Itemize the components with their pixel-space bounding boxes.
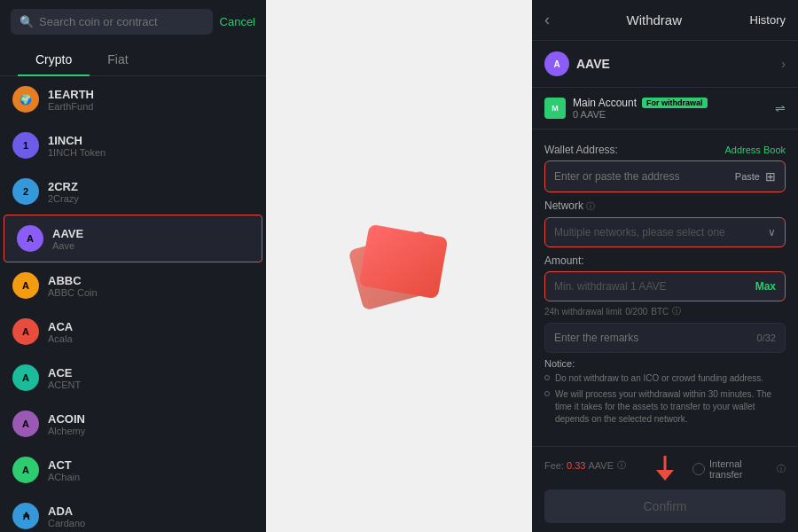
list-item[interactable]: AACTAChain (0, 447, 266, 493)
coin-info: ACOINAlchemy (48, 412, 85, 436)
notice-dot-2 (544, 391, 550, 396)
coin-icon: A (12, 318, 39, 345)
list-item[interactable]: 22CRZ2Crazy (0, 168, 266, 215)
notice-section: Notice: Do not withdraw to an ICO or cro… (544, 358, 786, 426)
internal-transfer-info-icon: ⓘ (777, 463, 786, 475)
search-input-wrap: 🔍 (11, 9, 213, 35)
coin-name: Acala (48, 333, 73, 344)
coin-info: ACAAcala (48, 320, 73, 344)
internal-transfer-radio[interactable] (692, 463, 705, 475)
coin-info: 1EARTHEarthFund (48, 88, 94, 112)
account-icon-text: M (552, 104, 559, 113)
coin-symbol: ABBC (48, 274, 98, 287)
coin-name: ACENT (48, 379, 81, 390)
limit-label: 24h withdrawal limit (544, 307, 622, 317)
search-icon: 🔍 (20, 15, 34, 28)
asset-row[interactable]: A AAVE › (532, 41, 798, 88)
right-header: ‹ Withdraw History (532, 0, 798, 41)
notice-dot-1 (544, 375, 550, 380)
coin-list: 🌍1EARTHEarthFund11INCH1INCH Token22CRZ2C… (0, 76, 266, 532)
notice-text-2: We will process your withdrawal within 3… (555, 388, 786, 426)
coin-icon: 🌍 (12, 86, 39, 113)
amount-label: Amount: (544, 254, 584, 267)
coin-info: AAVEAave (52, 227, 83, 251)
fee-label: Fee: (544, 460, 564, 471)
account-name-row: Main Account For withdrawal (573, 97, 768, 109)
limit-info-icon: ⓘ (672, 305, 681, 317)
coin-icon: A (12, 272, 39, 299)
list-item[interactable]: ₳ADACardano (0, 493, 266, 532)
coin-info: ACEACENT (48, 366, 81, 390)
account-label: Main Account (573, 97, 637, 109)
list-item[interactable]: 11INCH1INCH Token (0, 122, 266, 168)
confirm-button[interactable]: Confirm (544, 489, 786, 523)
coin-name: 1INCH Token (48, 147, 106, 158)
coin-symbol: 1INCH (48, 134, 106, 147)
bottom-bar: Fee: 0.33 AAVE ⓘ Internal transfer ⓘ Con… (532, 446, 798, 532)
transfer-icon: ⇌ (775, 101, 786, 115)
list-item[interactable]: AAAVEAave (4, 215, 262, 262)
wallet-address-input[interactable] (554, 170, 730, 183)
coin-info: ABBCABBC Coin (48, 274, 98, 298)
remarks-box: 0/32 (544, 323, 786, 353)
coin-icon: A (12, 364, 39, 391)
search-input[interactable] (39, 15, 204, 28)
max-button[interactable]: Max (755, 280, 776, 293)
paste-button[interactable]: Paste (735, 171, 760, 182)
tab-row: Crypto Fiat (0, 43, 266, 76)
list-item[interactable]: AACAAcala (0, 309, 266, 355)
scan-icon[interactable]: ⊞ (765, 169, 776, 184)
history-button[interactable]: History (750, 13, 786, 27)
svg-marker-1 (656, 470, 674, 481)
coin-symbol: ACT (48, 458, 80, 472)
coin-icon: A (12, 411, 39, 437)
list-item[interactable]: AACEACENT (0, 355, 266, 401)
chevron-down-icon: ∨ (768, 226, 776, 239)
tab-crypto[interactable]: Crypto (18, 43, 90, 75)
remarks-count: 0/32 (757, 332, 776, 343)
account-icon: M (544, 98, 566, 119)
coin-name: Cardano (48, 518, 85, 528)
notice-item-2: We will process your withdrawal within 3… (544, 388, 786, 426)
tab-fiat[interactable]: Fiat (90, 43, 145, 75)
page-title: Withdraw (559, 12, 750, 27)
asset-icon: A (544, 51, 569, 76)
limit-value: 0/200 (625, 307, 647, 317)
coin-name: AChain (48, 472, 80, 482)
chevron-right-icon: › (781, 57, 786, 71)
amount-placeholder: Min. withdrawal 1 AAVE (554, 280, 755, 293)
limit-currency: BTC (651, 307, 669, 317)
notice-label: Notice: (544, 358, 786, 369)
left-panel: 🔍 Cancel Crypto Fiat 🌍1EARTHEarthFund11I… (0, 0, 266, 532)
list-item[interactable]: AACOINAlchemy (0, 401, 266, 447)
coin-symbol: ACE (48, 366, 81, 379)
network-placeholder: Multiple networks, please select one (554, 226, 768, 239)
remarks-input[interactable] (554, 332, 757, 344)
coin-symbol: ADA (48, 505, 85, 518)
middle-panel (266, 0, 532, 532)
back-button[interactable]: ‹ (544, 11, 550, 29)
withdrawal-badge: For withdrawal (642, 98, 708, 108)
notice-item-1: Do not withdraw to an ICO or crowd fundi… (544, 372, 786, 385)
list-item[interactable]: 🌍1EARTHEarthFund (0, 76, 266, 122)
amount-label-row: Amount: (544, 254, 786, 267)
fee-info-icon: ⓘ (617, 459, 626, 472)
coin-icon: A (12, 457, 39, 483)
coin-name: Aave (52, 240, 83, 251)
address-book-link[interactable]: Address Book (725, 145, 786, 155)
wallet-address-input-box: Paste ⊞ (544, 160, 786, 192)
asset-symbol: AAVE (576, 57, 781, 71)
list-item[interactable]: AABBCABBC Coin (0, 262, 266, 309)
coin-info: 1INCH1INCH Token (48, 134, 106, 158)
right-panel: ‹ Withdraw History A AAVE › M Main Accou… (532, 0, 798, 532)
coin-icon: 1 (12, 132, 39, 159)
coin-icon: ₳ (12, 503, 39, 529)
network-select[interactable]: Multiple networks, please select one ∨ (544, 217, 786, 247)
network-label: Network ⓘ (544, 200, 595, 213)
notice-text-1: Do not withdraw to an ICO or crowd fundi… (555, 372, 763, 385)
search-bar: 🔍 Cancel (0, 0, 266, 43)
coin-icon: A (17, 225, 43, 252)
cancel-button[interactable]: Cancel (220, 15, 255, 28)
network-label-row: Network ⓘ (544, 200, 786, 213)
coin-info: 2CRZ2Crazy (48, 180, 79, 204)
